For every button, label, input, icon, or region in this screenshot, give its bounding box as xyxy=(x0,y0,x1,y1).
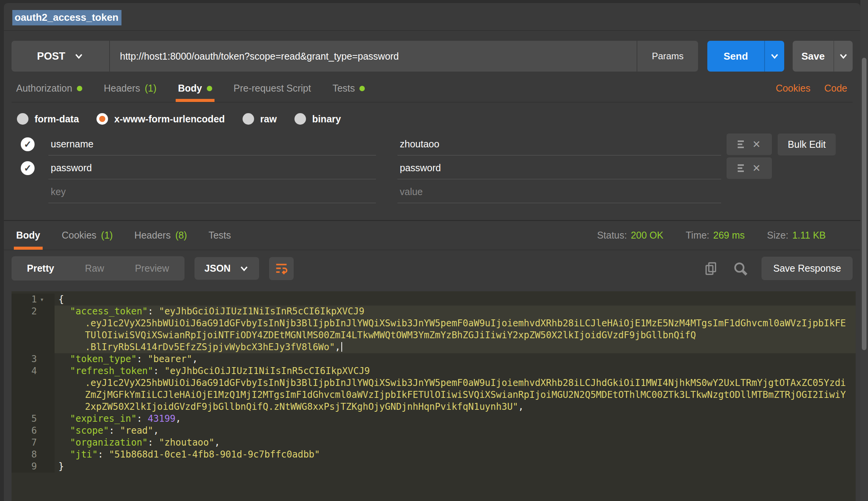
response-tab-label: Cookies xyxy=(62,230,96,241)
fold-spacer xyxy=(37,389,52,401)
send-button[interactable]: Send xyxy=(707,41,764,72)
request-tab-tests[interactable]: Tests xyxy=(333,75,365,102)
view-mode-group: PrettyRawPreview xyxy=(12,256,185,281)
params-button[interactable]: Params xyxy=(637,41,698,72)
size-badge: Size:1.11 KB xyxy=(767,230,826,241)
key-input[interactable]: password xyxy=(48,157,376,179)
status-badge: Status:200 OK xyxy=(597,230,663,241)
body-mode-radio-x-www-form-urlencoded[interactable]: x-www-form-urlencoded xyxy=(96,113,225,125)
method-dropdown[interactable]: POST xyxy=(12,41,110,72)
scrollbar-thumb[interactable] xyxy=(862,58,866,350)
token-plain: : xyxy=(109,425,120,436)
code-text: { xyxy=(55,294,856,306)
code-text: .eyJ1c2VyX25hbWUiOiJ6aG91dGFvbyIsInNjb3B… xyxy=(55,317,856,329)
fold-toggle-icon[interactable]: ▾ xyxy=(37,294,52,306)
token-str: "eyJhbGciOiJIUzI1NiIsInR5cCI6IkpXVCJ9 xyxy=(165,366,370,376)
save-button[interactable]: Save xyxy=(793,41,833,72)
fold-spacer xyxy=(37,341,52,353)
request-section: POST http://host1:8000/oauth/token?scope… xyxy=(4,31,860,205)
value-input[interactable]: zhoutaoo xyxy=(397,133,721,155)
code-text: "refresh_token": "eyJhbGciOiJIUzI1NiIsIn… xyxy=(55,365,856,377)
drag-handle-icon[interactable] xyxy=(738,140,744,148)
bulk-edit-cell: Bulk Edit xyxy=(775,134,853,155)
save-button-group: Save xyxy=(793,41,853,72)
code-line: 3"token_type": "bearer", xyxy=(12,353,856,365)
format-dropdown[interactable]: JSON xyxy=(195,257,259,280)
save-options-button[interactable] xyxy=(833,41,853,72)
search-button[interactable] xyxy=(732,261,748,277)
response-tab-headers[interactable]: Headers(8) xyxy=(134,221,187,250)
save-response-button[interactable]: Save Response xyxy=(762,257,853,280)
body-mode-radio-binary[interactable]: binary xyxy=(294,113,341,125)
token-key: "token_type" xyxy=(70,354,136,364)
cookies-link[interactable]: Cookies xyxy=(776,83,810,94)
code-line: 1▾{ xyxy=(12,294,856,306)
token-plain: : xyxy=(148,437,159,448)
response-tabs-row: BodyCookies(1)Headers(8)Tests Status:200… xyxy=(4,221,860,250)
fold-spacer xyxy=(37,425,52,437)
radio-icon xyxy=(294,113,306,125)
fold-spacer xyxy=(37,329,52,341)
response-body-editor[interactable]: 1▾{2"access_token": "eyJhbGciOiJIUzI1NiI… xyxy=(12,291,856,501)
text-cursor xyxy=(341,342,342,352)
line-number xyxy=(12,401,37,413)
row-controls-cell: ✕ xyxy=(721,134,775,155)
line-number: 4 xyxy=(12,365,37,377)
method-label: POST xyxy=(37,50,65,62)
code-link[interactable]: Code xyxy=(824,83,847,94)
format-label: JSON xyxy=(205,263,231,274)
bulk-edit-button[interactable]: Bulk Edit xyxy=(778,134,836,155)
url-input[interactable]: http://host1:8000/oauth/token?scope=read… xyxy=(110,41,637,72)
body-mode-radio-raw[interactable]: raw xyxy=(243,113,277,125)
value-input[interactable]: password xyxy=(397,157,721,179)
row-checkbox[interactable]: ✓ xyxy=(21,161,35,175)
token-plain: { xyxy=(58,294,64,305)
request-tab-label: Body xyxy=(178,83,202,94)
body-mode-radio-form-data[interactable]: form-data xyxy=(17,113,79,125)
status-dot-icon xyxy=(77,86,82,91)
row-checkbox[interactable]: ✓ xyxy=(21,137,35,151)
view-mode-preview[interactable]: Preview xyxy=(120,256,185,281)
chevron-down-icon xyxy=(239,264,249,274)
request-tab-headers[interactable]: Headers(1) xyxy=(104,75,156,102)
token-plain: , xyxy=(192,354,198,364)
request-builder: oauth2_access_token POST http://host1:80… xyxy=(4,3,860,501)
drag-handle-icon[interactable] xyxy=(738,164,744,172)
response-tab-cookies[interactable]: Cookies(1) xyxy=(62,221,113,250)
value-input[interactable]: value xyxy=(397,181,721,203)
request-title[interactable]: oauth2_access_token xyxy=(12,10,121,25)
copy-button[interactable] xyxy=(703,261,719,277)
chevron-down-icon xyxy=(74,51,84,61)
meta-label: Time: xyxy=(686,230,710,240)
token-plain: : xyxy=(136,413,148,424)
fold-spacer xyxy=(37,449,52,461)
code-text: "token_type": "bearer", xyxy=(55,353,856,365)
line-gutter: 1▾ xyxy=(12,294,55,306)
fold-spacer xyxy=(37,437,52,449)
key-input[interactable]: key xyxy=(48,181,376,203)
token-str: "zhoutaoo" xyxy=(159,437,215,448)
request-title-bar: oauth2_access_token xyxy=(4,3,860,31)
view-mode-raw[interactable]: Raw xyxy=(70,256,120,281)
meta-label: Status: xyxy=(597,230,627,240)
key-input[interactable]: username xyxy=(48,133,376,155)
response-tab-tests[interactable]: Tests xyxy=(208,221,231,250)
token-plain: , xyxy=(215,437,220,448)
response-tab-count: (8) xyxy=(175,230,187,241)
request-tab-authorization[interactable]: Authorization xyxy=(16,75,82,102)
wrap-text-button[interactable] xyxy=(269,257,294,280)
wrap-text-icon xyxy=(274,262,288,276)
fold-spacer xyxy=(37,377,52,389)
body-mode-label: x-www-form-urlencoded xyxy=(114,114,225,125)
response-tabs: BodyCookies(1)Headers(8)Tests xyxy=(12,221,242,250)
token-plain: , xyxy=(335,342,340,352)
delete-row-button[interactable]: ✕ xyxy=(752,139,761,149)
request-tab-pre-request-script[interactable]: Pre-request Script xyxy=(234,75,311,102)
delete-row-button[interactable]: ✕ xyxy=(752,163,761,173)
response-tab-body[interactable]: Body xyxy=(16,221,40,250)
view-mode-pretty[interactable]: Pretty xyxy=(12,256,70,281)
send-options-button[interactable] xyxy=(764,41,784,72)
request-tab-body[interactable]: Body xyxy=(178,75,212,102)
line-gutter: 6 xyxy=(12,425,55,437)
meta-value: 269 ms xyxy=(713,230,745,240)
